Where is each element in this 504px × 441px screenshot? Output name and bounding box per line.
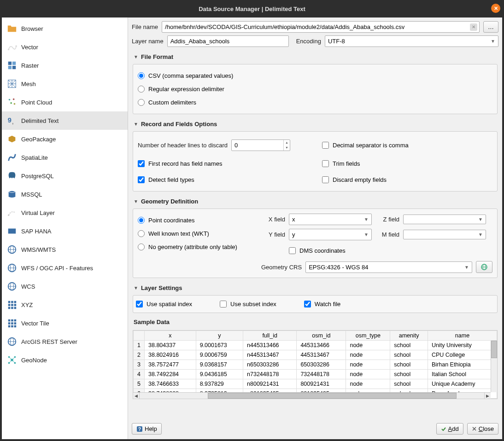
xfield-label: X field bbox=[261, 216, 285, 223]
chevron-down-icon: ▼ bbox=[464, 265, 469, 270]
spin-down-icon[interactable]: ▼ bbox=[284, 145, 290, 150]
table-cell: n732448178 bbox=[243, 370, 297, 379]
encoding-combo[interactable]: UTF-8▼ bbox=[325, 35, 498, 47]
sidebar-item-sap-hana[interactable]: SAP HANA bbox=[2, 222, 128, 240]
close-icon[interactable]: ✕ bbox=[491, 4, 500, 13]
column-header[interactable]: y bbox=[196, 331, 243, 341]
table-row[interactable]: 338.75724779.0368157n650303286650303286n… bbox=[134, 360, 497, 370]
table-cell: 732448178 bbox=[297, 370, 346, 379]
trim-fields-check[interactable] bbox=[322, 160, 329, 167]
geometry-header[interactable]: ▼ Geometry Definition bbox=[132, 197, 498, 206]
table-cell: school bbox=[390, 379, 428, 389]
table-row[interactable]: 238.80249169.0006759n445313467445313467n… bbox=[134, 350, 497, 360]
sidebar-item-postgresql[interactable]: PostgreSQL bbox=[2, 167, 128, 185]
sidebar-item-wfs-ogc-api-features[interactable]: WFS / OGC API - Features bbox=[2, 259, 128, 277]
column-header[interactable]: x bbox=[145, 331, 196, 341]
zfield-combo[interactable]: ▼ bbox=[403, 215, 486, 224]
no-geometry-radio[interactable] bbox=[138, 244, 145, 250]
wcs-icon bbox=[6, 281, 18, 292]
svg-text:,: , bbox=[12, 118, 14, 125]
column-header[interactable]: osm_id bbox=[297, 331, 346, 341]
custom-delimiter-radio[interactable] bbox=[138, 99, 145, 106]
yfield-label: Y field bbox=[261, 231, 285, 238]
sidebar-item-vector-tile[interactable]: Vector Tile bbox=[2, 314, 128, 332]
discard-empty-check[interactable] bbox=[322, 176, 329, 183]
table-row[interactable]: 138.8043379.0001673n445313466445313466no… bbox=[134, 341, 497, 350]
sidebar-item-geopackage[interactable]: GeoPackage bbox=[2, 130, 128, 148]
close-button[interactable]: Close bbox=[467, 423, 498, 435]
file-format-header[interactable]: ▼ File Format bbox=[132, 52, 498, 61]
sidebar-item-browser[interactable]: Browser bbox=[2, 19, 128, 38]
column-header[interactable]: amenity bbox=[390, 331, 428, 341]
sidebar-item-wms-wmts[interactable]: WMS/WMTS bbox=[2, 240, 128, 259]
column-header[interactable]: name bbox=[428, 331, 497, 341]
sidebar-item-wcs[interactable]: WCS bbox=[2, 277, 128, 296]
table-row[interactable]: 438.74922849.0436185n732448178732448178n… bbox=[134, 370, 497, 379]
column-header[interactable]: osm_type bbox=[346, 331, 390, 341]
sidebar-item-spatialite[interactable]: SpatiaLite bbox=[2, 148, 128, 167]
svg-rect-28 bbox=[14, 304, 17, 306]
sidebar-item-label: Point Cloud bbox=[21, 99, 52, 106]
mfield-combo[interactable]: ▼ bbox=[403, 230, 486, 239]
scroll-right-icon[interactable]: ▶ bbox=[484, 393, 491, 399]
svg-point-9 bbox=[14, 103, 16, 105]
decimal-comma-check[interactable] bbox=[322, 142, 329, 149]
table-cell: school bbox=[390, 360, 428, 370]
crs-combo[interactable]: EPSG:4326 - WGS 84▼ bbox=[305, 261, 472, 273]
sidebar-item-label: Virtual Layer bbox=[21, 209, 55, 216]
column-header[interactable]: full_id bbox=[243, 331, 297, 341]
vectortile-icon bbox=[6, 318, 18, 329]
scroll-left-icon[interactable]: ◀ bbox=[133, 393, 140, 399]
sidebar-item-arcgis-rest-server[interactable]: ArcGIS REST Server bbox=[2, 332, 128, 351]
svg-rect-33 bbox=[11, 319, 13, 322]
table-cell: 38.8024916 bbox=[145, 350, 196, 360]
spin-up-icon[interactable]: ▲ bbox=[284, 140, 290, 145]
point-coords-radio[interactable] bbox=[138, 217, 145, 224]
watch-file-check[interactable] bbox=[304, 301, 311, 308]
sidebar-item-geonode[interactable]: GeoNode bbox=[2, 351, 128, 369]
svg-point-12 bbox=[8, 215, 10, 216]
svg-point-8 bbox=[10, 102, 12, 104]
first-record-check[interactable] bbox=[138, 160, 145, 167]
table-cell: 38.7492284 bbox=[145, 370, 196, 379]
vertical-scrollbar[interactable] bbox=[491, 341, 497, 392]
sidebar-item-xyz[interactable]: XYZ bbox=[2, 296, 128, 314]
sidebar-item-virtual-layer[interactable]: Virtual Layer bbox=[2, 203, 128, 222]
table-row[interactable]: 538.74666338.937829n800921431800921431no… bbox=[134, 379, 497, 389]
layer-name-label: Layer name bbox=[132, 38, 164, 45]
horizontal-scrollbar[interactable]: ◀ ▶ bbox=[133, 392, 491, 399]
yfield-combo[interactable]: y▼ bbox=[289, 229, 372, 240]
sidebar-item-mssql[interactable]: MSSQL bbox=[2, 185, 128, 203]
svg-rect-23 bbox=[8, 301, 11, 303]
help-button[interactable]: ? Help bbox=[132, 423, 162, 435]
header-lines-spin[interactable]: ▲▼ bbox=[231, 139, 290, 151]
file-name-input[interactable] bbox=[162, 21, 480, 33]
crs-select-button[interactable] bbox=[476, 261, 492, 273]
sidebar-item-raster[interactable]: Raster bbox=[2, 56, 128, 75]
sidebar-item-point-cloud[interactable]: Point Cloud bbox=[2, 93, 128, 111]
layer-settings-header[interactable]: ▼ Layer Settings bbox=[132, 284, 498, 292]
svg-text:9: 9 bbox=[8, 116, 12, 124]
sidebar-item-mesh[interactable]: Mesh bbox=[2, 75, 128, 93]
csv-radio[interactable] bbox=[138, 72, 145, 79]
clear-file-icon[interactable]: ✕ bbox=[470, 23, 477, 31]
xfield-combo[interactable]: x▼ bbox=[289, 214, 372, 225]
wkt-radio[interactable] bbox=[138, 230, 145, 237]
svg-rect-40 bbox=[14, 325, 17, 328]
browse-button[interactable]: … bbox=[483, 21, 498, 33]
sidebar-item-vector[interactable]: Vector bbox=[2, 38, 128, 56]
regex-radio[interactable] bbox=[138, 86, 145, 93]
svg-rect-36 bbox=[11, 322, 13, 325]
subset-index-check[interactable] bbox=[220, 301, 227, 308]
add-button[interactable]: AAdddd bbox=[436, 423, 463, 435]
sidebar-item-delimited-text[interactable]: 9,Delimited Text bbox=[2, 111, 128, 130]
dms-check[interactable] bbox=[289, 247, 296, 254]
detect-types-check[interactable] bbox=[138, 176, 145, 183]
table-cell: 650303286 bbox=[297, 360, 346, 370]
record-options-header[interactable]: ▼ Record and Fields Options bbox=[132, 120, 498, 128]
spatial-index-check[interactable] bbox=[136, 301, 143, 308]
layer-name-input[interactable] bbox=[167, 35, 289, 47]
x-icon bbox=[472, 426, 477, 431]
table-cell: node bbox=[346, 379, 390, 389]
sidebar-item-label: ArcGIS REST Server bbox=[21, 338, 77, 345]
